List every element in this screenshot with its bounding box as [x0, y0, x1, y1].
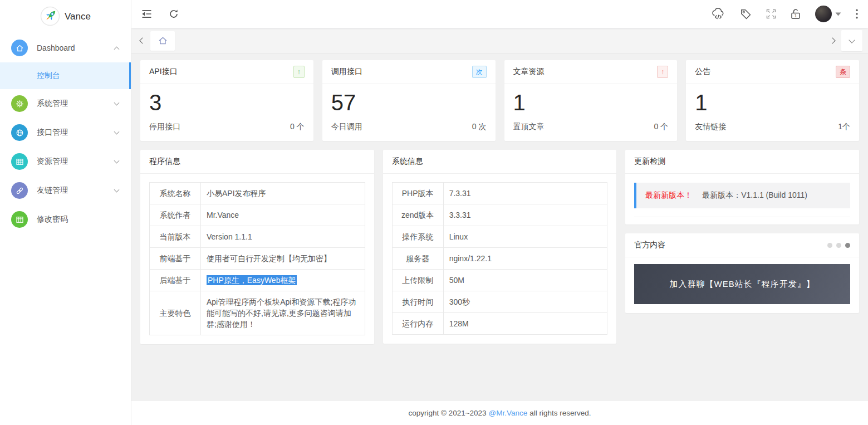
page-footer: copyright © 2021~2023 @Mr.Vance all righ… — [131, 401, 868, 425]
table-icon — [11, 153, 28, 170]
table-row: 上传限制 50M — [392, 270, 607, 291]
stat-value: 1 — [513, 89, 669, 116]
collapse-sidebar-icon[interactable] — [141, 9, 152, 18]
row-value: 7.3.31 — [443, 183, 607, 204]
row-value: 使用者可自行开发定制【均无加密】 — [201, 248, 365, 270]
stat-footer-value: 0 个 — [654, 122, 669, 132]
row-label: 系统作者 — [150, 204, 201, 226]
carousel-dot[interactable] — [827, 243, 832, 248]
app-window: Vance Dashboard 控制台 系统管理 — [0, 0, 868, 425]
row-value: Linux — [443, 226, 607, 248]
topbar: 1 — [131, 0, 868, 28]
globe-icon — [11, 124, 28, 141]
sidebar-item-dashboard[interactable]: Dashboard — [0, 33, 131, 62]
chevron-down-icon — [114, 158, 120, 164]
main-area: 1 — [131, 0, 868, 425]
sidebar-item-label: 资源管理 — [37, 157, 115, 167]
card-title: 公告 — [695, 67, 710, 77]
right-column: 更新检测 最新新版本！ 最新版本：V1.1.1 (Build 1011) 官方内… — [625, 150, 859, 313]
card-title: 文章资源 — [513, 67, 545, 77]
stat-cards-row: API接口 ↑ 3 停用接口 0 个 调用接口 — [140, 60, 859, 141]
author-link[interactable]: @Mr.Vance — [489, 409, 528, 417]
stat-footer-label: 置顶文章 — [513, 122, 545, 132]
row-value: Version 1.1.1 — [201, 226, 365, 248]
row-value: PHP原生，EasyWeb框架 — [201, 270, 365, 291]
row-label: 当前版本 — [150, 226, 201, 248]
program-info-table: 系统名称 小易API发布程序 系统作者 Mr.Vance 当前版本 Versio… — [149, 182, 365, 335]
chevron-down-icon — [849, 37, 855, 43]
sidebar-item-links[interactable]: 友链管理 — [0, 176, 131, 205]
panel-title: 官方内容 — [634, 240, 665, 250]
kebab-menu-icon[interactable] — [856, 9, 858, 19]
stat-footer-value: 1个 — [838, 122, 850, 132]
list-icon — [11, 211, 28, 228]
table-row: 后端基于 PHP原生，EasyWeb框架 — [150, 270, 365, 291]
fullscreen-icon[interactable] — [766, 9, 776, 19]
update-check-panel: 更新检测 最新新版本！ 最新版本：V1.1.1 (Build 1011) — [625, 150, 859, 224]
tab-home[interactable] — [150, 31, 175, 51]
row-label: PHP版本 — [392, 183, 443, 204]
row-value: Mr.Vance — [201, 204, 365, 226]
promo-banner[interactable]: 加入群聊【WEB站长『程序开发』】 — [634, 264, 850, 304]
carousel-dot-active[interactable] — [845, 243, 850, 248]
sidebar-subitem-console[interactable]: 控制台 — [0, 62, 131, 89]
stat-value: 3 — [149, 89, 305, 116]
sidebar-item-label: 系统管理 — [37, 99, 115, 109]
stat-footer-value: 0 个 — [290, 122, 305, 132]
rights-text: all rights reserved. — [529, 409, 591, 417]
table-row: 服务器 nginx/1.22.1 — [392, 248, 607, 270]
gear-icon — [11, 95, 28, 112]
sidebar-item-api[interactable]: 接口管理 — [0, 118, 131, 147]
tag-icon[interactable] — [740, 8, 752, 20]
stat-footer-label: 今日调用 — [331, 122, 362, 132]
stat-card-notice: 公告 条 1 友情链接 1个 — [686, 60, 859, 141]
table-row: zend版本 3.3.31 — [392, 204, 607, 226]
brand-logo[interactable]: Vance — [0, 0, 131, 33]
arrow-up-badge: ↑ — [657, 66, 668, 78]
stat-card-articles: 文章资源 ↑ 1 置顶文章 0 个 — [504, 60, 678, 141]
tabs-scroll-right-icon[interactable] — [829, 37, 835, 43]
table-row: 系统名称 小易API发布程序 — [150, 183, 365, 204]
selected-text: PHP原生，EasyWeb框架 — [207, 275, 297, 285]
cloud-code-icon[interactable] — [711, 8, 725, 20]
row-label: 操作系统 — [392, 226, 443, 248]
row-label: 执行时间 — [392, 291, 443, 313]
tabs-dropdown-button[interactable] — [841, 30, 862, 51]
stat-value: 1 — [695, 89, 850, 116]
tabs-scroll-left-icon[interactable] — [139, 37, 145, 43]
table-row: 操作系统 Linux — [392, 226, 607, 248]
sidebar-item-label: 友链管理 — [37, 185, 115, 196]
sidebar-item-system[interactable]: 系统管理 — [0, 89, 131, 118]
row-value: Api管理程序两个板块Api和资源下载;程序功能可能写的不好,请见谅,更多问题咨… — [201, 291, 365, 335]
row-value: 300秒 — [443, 291, 607, 313]
sidebar: Vance Dashboard 控制台 系统管理 — [0, 0, 131, 425]
sidebar-item-password[interactable]: 修改密码 — [0, 205, 131, 234]
stat-card-api: API接口 ↑ 3 停用接口 0 个 — [140, 60, 313, 141]
unlock-icon[interactable]: 1 — [791, 8, 801, 19]
refresh-icon[interactable] — [169, 9, 179, 19]
divider — [634, 217, 850, 224]
avatar[interactable] — [815, 6, 832, 22]
arrow-up-badge: ↑ — [293, 66, 305, 78]
content: API接口 ↑ 3 停用接口 0 个 调用接口 — [131, 54, 868, 401]
row-label: 前端基于 — [150, 248, 201, 270]
sidebar-item-resource[interactable]: 资源管理 — [0, 147, 131, 176]
table-row: 前端基于 使用者可自行开发定制【均无加密】 — [150, 248, 365, 270]
sidebar-subitem-label: 控制台 — [37, 71, 60, 81]
table-row: 当前版本 Version 1.1.1 — [150, 226, 365, 248]
user-menu[interactable] — [815, 6, 841, 22]
table-row: PHP版本 7.3.31 — [392, 183, 607, 204]
unit-badge: 条 — [836, 66, 850, 78]
chevron-down-icon — [114, 129, 120, 135]
program-info-panel: 程序信息 系统名称 小易API发布程序 系统作者 Mr.Vance — [140, 150, 374, 344]
carousel-dot[interactable] — [836, 243, 841, 248]
sidebar-item-label: Dashboard — [37, 43, 115, 52]
caret-down-icon — [835, 12, 841, 16]
row-value: 50M — [443, 270, 607, 291]
row-value: 小易API发布程序 — [201, 183, 365, 204]
svg-text:1: 1 — [795, 13, 797, 18]
info-panels-row: 程序信息 系统名称 小易API发布程序 系统作者 Mr.Vance — [140, 150, 859, 344]
official-content-panel: 官方内容 加入群聊【WEB站长『程序开发』】 — [625, 233, 859, 313]
home-icon — [11, 40, 28, 56]
chevron-up-icon — [114, 46, 120, 52]
